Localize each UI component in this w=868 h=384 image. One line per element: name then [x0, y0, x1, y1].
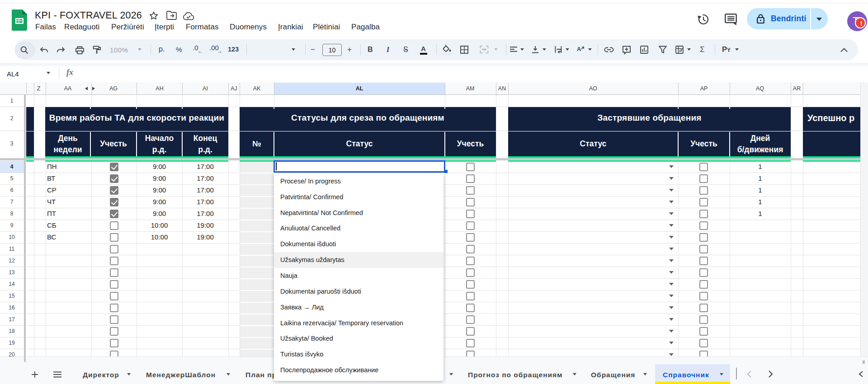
svg-text:A: A	[577, 46, 581, 52]
